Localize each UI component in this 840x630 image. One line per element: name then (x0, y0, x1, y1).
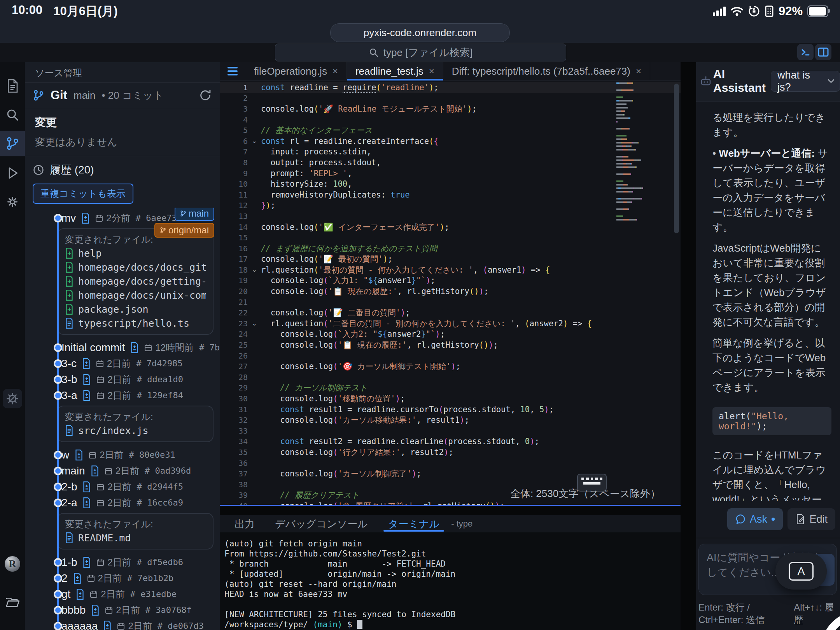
commit-row[interactable]: gt2日前# e31edbe (25, 586, 220, 602)
commit-row[interactable]: 2-a2日前# 16cc6a9 (25, 495, 220, 511)
wifi-icon (730, 6, 744, 16)
commit-row[interactable]: 3-c2日前# 7d42985 (25, 355, 220, 371)
ai-history-dropdown[interactable]: what is js? (771, 71, 840, 92)
changed-file[interactable]: package.json (65, 302, 206, 316)
cellular-signal-icon (713, 7, 726, 16)
close-icon[interactable]: × (429, 66, 434, 77)
changed-file[interactable]: README.md (65, 531, 206, 545)
editor-tab[interactable]: readline_test.js× (347, 62, 443, 80)
editor[interactable]: fileOperationg.js×readline_test.js×Diff:… (220, 62, 681, 506)
minimap-seg (616, 159, 622, 161)
avatar[interactable]: R (5, 556, 20, 572)
token: ( (376, 83, 381, 92)
files-icon[interactable] (0, 73, 25, 99)
show-duplicates-button[interactable]: 重複コミットも表示 (33, 184, 133, 204)
token: ) (444, 448, 448, 457)
code-line: 23⌄ rl.question('二番目の質問 - 別の何かを入力してください:… (220, 318, 681, 329)
commit-row[interactable]: aaaaaa2日前# de067d3 (25, 618, 220, 630)
commit-row[interactable]: bbbb2日前# 3a0768f (25, 602, 220, 618)
changed-file[interactable]: homepage/docs/docs_git-comman… (65, 260, 206, 274)
minimap-line (616, 170, 672, 172)
changed-file[interactable]: homepage/docs/getting-started… (65, 274, 206, 288)
panel-tab[interactable]: デバッグコンソール (265, 515, 378, 532)
menu-icon[interactable] (220, 62, 245, 80)
changed-file[interactable]: homepage/docs/unix-commands.md (65, 288, 206, 302)
token: ) (490, 501, 495, 505)
commit-row[interactable]: main2日前# 0ad396d (25, 463, 220, 479)
calendar-icon (96, 558, 104, 566)
code-text: console.log('カーソル移動結果:', result1); (261, 415, 469, 425)
commit-row[interactable]: 3-a2日前# 129ef84 (25, 387, 220, 403)
token: } (261, 201, 266, 210)
minimap-seg (628, 166, 635, 168)
fold-chevron-icon[interactable]: ⌄ (248, 266, 261, 274)
branch-badge[interactable]: main (175, 208, 214, 221)
minimap-line (616, 110, 672, 112)
minimap-seg (643, 187, 643, 189)
calendar-icon (96, 360, 104, 368)
token: ( (443, 437, 448, 446)
commit-row[interactable]: 22日前# 7eb1b2b (25, 570, 220, 586)
commit-row[interactable]: w2日前# 80e0e31 (25, 447, 220, 463)
file-name: homepage/docs/unix-commands.md (78, 290, 206, 301)
commit-row[interactable]: 1-b2日前# df5edb6 (25, 554, 220, 570)
token: ; (416, 469, 421, 478)
edit-button[interactable]: Edit (788, 508, 835, 530)
ask-indicator-dot: • (771, 517, 775, 521)
token: ) (488, 340, 493, 350)
commit-file-icon (73, 573, 82, 584)
split-view-button[interactable] (815, 44, 831, 60)
git-branch-name: main (74, 89, 95, 102)
file-search-input[interactable]: type [ファイル検索] (275, 44, 566, 61)
close-icon[interactable]: × (332, 66, 338, 77)
ai-input-area: A (696, 538, 840, 597)
source-control-icon[interactable] (0, 131, 25, 156)
tools-icon[interactable] (3, 389, 22, 408)
minimap-line (616, 201, 672, 203)
token: '最初の質問 - 何か入力してください: ' (318, 265, 473, 275)
commit-row[interactable]: Initial commit12時間前# 7b2a5f (25, 340, 220, 355)
changed-file[interactable]: typescript/hello.ts (65, 316, 206, 330)
ai-message-area[interactable]: る処理を実行したりできます。• Webサーバーと通信: サーバーからデータを取得… (696, 102, 840, 501)
editor-tab[interactable]: Diff: typescript/hello.ts (7b2a5f..6aee7… (443, 62, 650, 80)
history-header[interactable]: 履歴 (20) (25, 156, 220, 181)
changed-file[interactable]: help (65, 246, 206, 260)
fold-chevron-icon[interactable]: ⌄ (248, 319, 261, 327)
settings-icon[interactable] (0, 189, 25, 215)
branch-badge[interactable]: origin/mai (154, 223, 214, 238)
close-icon[interactable]: × (636, 66, 641, 77)
commit-label: 3-c (61, 357, 77, 370)
fold-chevron-icon[interactable]: ⌄ (248, 137, 261, 145)
minimap-line (616, 117, 672, 119)
refresh-icon[interactable] (199, 89, 212, 102)
code-area[interactable]: 1const readline = require('readline');23… (220, 80, 681, 505)
minimap-line (616, 194, 672, 196)
panel-tab[interactable]: ターミナル (378, 515, 450, 532)
terminal-toggle-button[interactable] (797, 44, 814, 60)
ai-dropdown-value: what is js? (777, 69, 823, 93)
panel-tab[interactable]: 出力 (224, 515, 265, 532)
search-sidebar-icon[interactable] (0, 102, 25, 128)
commit-label: aaaaaa (61, 620, 98, 630)
commit-row[interactable]: 2-b2日前# d2944f5 (25, 479, 220, 495)
changed-file[interactable]: src/index.js (65, 424, 206, 438)
commit-row[interactable]: 3-b2日前# ddea1d0 (25, 371, 220, 387)
editor-scrollbar[interactable] (674, 84, 679, 233)
ask-button[interactable]: Ask • (727, 508, 783, 530)
token: ( (323, 319, 328, 328)
token: ( (333, 394, 338, 403)
code-line: 4 (220, 114, 681, 125)
commit-row[interactable]: mv2分前# 6aee733mainorigin/mai (25, 210, 220, 226)
token: '🗑 履歴クリア前:' (338, 501, 413, 505)
commit-meta: 2日前 (96, 556, 131, 569)
terminal[interactable]: (auto) git fetch origin mainFrom https:/… (220, 532, 681, 630)
editor-tab[interactable]: fileOperationg.js× (245, 62, 347, 80)
minimap[interactable] (616, 82, 672, 227)
url-bar[interactable]: pyxis-code.onrender.com (330, 23, 510, 42)
open-folder-icon[interactable] (0, 590, 25, 615)
git-repo-row[interactable]: Git main • 20 コミット (25, 83, 220, 108)
terminal-line: * [updated] origin/main -> origin/main (224, 569, 676, 579)
floating-keyboard-button[interactable]: A (775, 553, 827, 590)
line-number: 29 (220, 383, 248, 392)
run-icon[interactable] (0, 160, 25, 186)
